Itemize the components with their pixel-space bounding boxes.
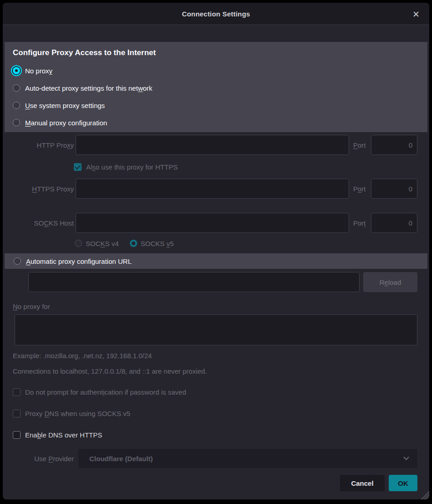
auto-url-input[interactable] [28,272,360,292]
radio-row-manual-proxy[interactable]: Manual proxy configuration [13,114,107,131]
radio-label-no-proxy[interactable]: No proxy [25,67,52,75]
provider-select-value: Cloudflare (Default) [89,455,153,463]
also-https-row[interactable]: Also use this proxy for HTTPS [74,162,178,171]
radio-label-manual-proxy[interactable]: Manual proxy configuration [25,119,107,127]
enable-doh-row[interactable]: Enable DNS over HTTPS [13,431,102,439]
radio-auto-url[interactable] [14,257,21,265]
radio-label-system-proxy[interactable]: Use system proxy settings [25,102,105,109]
radio-label-auto-url[interactable]: Automatic proxy configuration URL [26,257,132,265]
radio-manual-proxy[interactable] [13,119,20,126]
no-proxy-for-label: No proxy for [13,303,50,310]
socks-port-input[interactable] [371,213,417,233]
section-heading: Configure Proxy Access to the Internet [13,48,156,57]
proxy-dns-checkbox[interactable] [13,410,21,417]
socks-host-row: SOCKS Host Port [13,213,417,233]
https-port-label: Port [353,185,367,193]
http-proxy-label: HTTP Proxy [13,141,74,149]
http-port-label: Port [353,141,367,149]
http-port-input[interactable] [371,135,417,155]
proxy-dns-label[interactable]: Proxy DNS when using SOCKS v5 [25,410,130,417]
provider-label: Use Provider [13,455,74,463]
no-proxy-example-text: Example: .mozilla.org, .net.nz, 192.168.… [13,352,152,360]
localhost-note-text: Connections to localhost, 127.0.0.1/8, a… [13,367,207,375]
https-proxy-row: HTTPS Proxy Port [13,179,417,199]
proxy-dns-row[interactable]: Proxy DNS when using SOCKS v5 [13,410,130,417]
https-port-input[interactable] [371,179,417,199]
reload-button[interactable]: Reload [363,272,417,292]
connection-settings-dialog: Connection Settings ✕ Configure Proxy Ac… [3,3,429,499]
cancel-button[interactable]: Cancel [340,475,385,491]
socks-host-input[interactable] [76,213,349,233]
close-icon[interactable]: ✕ [410,8,422,20]
enable-doh-checkbox[interactable] [13,431,21,439]
enable-doh-label[interactable]: Enable DNS over HTTPS [25,431,102,439]
radio-label-socks-v5[interactable]: SOCKS v5 [141,240,174,247]
radio-row-auto-detect[interactable]: Auto-detect proxy settings for this netw… [13,79,152,97]
http-proxy-input[interactable] [76,135,349,155]
provider-select[interactable]: Cloudflare (Default) [78,449,417,468]
auto-url-row[interactable]: Automatic proxy configuration URL [5,253,427,269]
resize-grip[interactable] [418,491,429,499]
radio-label-socks-v4[interactable]: SOCKS v4 [86,240,119,247]
radio-row-no-proxy[interactable]: No proxy [13,62,52,79]
http-proxy-row: HTTP Proxy Port [13,135,417,155]
radio-socks-v4[interactable] [75,240,82,247]
dialog-titlebar: Connection Settings ✕ [3,3,429,25]
socks-host-label: SOCKS Host [13,219,74,227]
dialog-title: Connection Settings [182,10,250,18]
radio-socks-v5[interactable] [130,240,137,247]
proxy-mode-section: Configure Proxy Access to the Internet N… [5,42,427,132]
socks-version-row: SOCKS v4 SOCKS v5 [75,239,174,247]
radio-label-auto-detect[interactable]: Auto-detect proxy settings for this netw… [25,84,152,92]
radio-auto-detect[interactable] [13,84,20,92]
socks-port-label: Port [353,219,367,227]
ok-button[interactable]: OK [389,475,417,491]
radio-no-proxy[interactable] [13,67,20,74]
no-prompt-auth-row[interactable]: Do not prompt for authentication if pass… [13,388,186,396]
https-proxy-input[interactable] [76,179,349,199]
no-proxy-for-textarea[interactable] [15,314,417,345]
also-https-label[interactable]: Also use this proxy for HTTPS [86,163,178,171]
no-prompt-auth-label[interactable]: Do not prompt for authentication if pass… [25,388,186,396]
https-proxy-label: HTTPS Proxy [13,185,74,193]
no-prompt-auth-checkbox[interactable] [13,388,21,396]
radio-row-system-proxy[interactable]: Use system proxy settings [13,97,105,114]
also-https-checkbox[interactable] [74,163,82,171]
provider-row: Use Provider Cloudflare (Default) [13,449,417,468]
radio-system-proxy[interactable] [13,102,20,109]
chevron-down-icon [403,454,409,460]
